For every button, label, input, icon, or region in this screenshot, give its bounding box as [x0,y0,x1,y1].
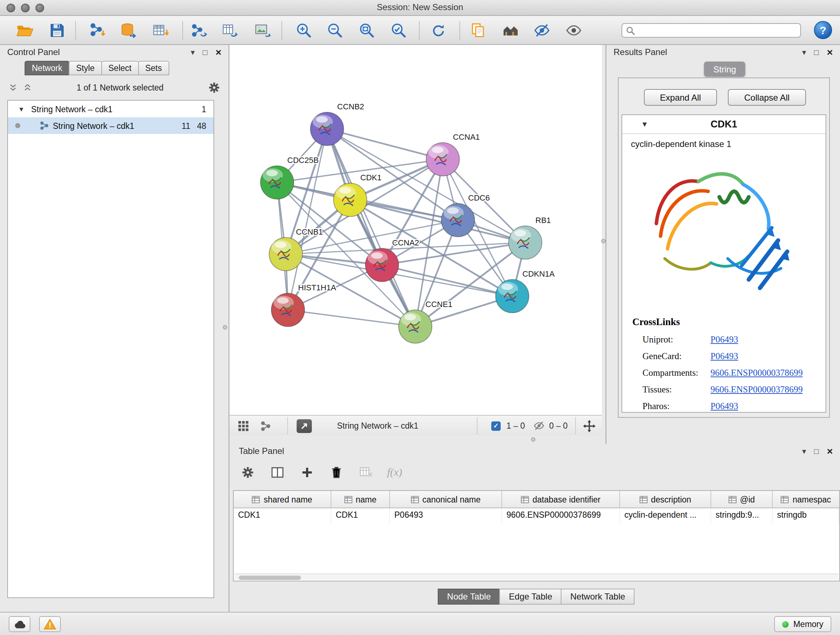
column-header[interactable]: @id [711,491,773,508]
scrollbar-thumb[interactable] [239,575,301,580]
tab-network[interactable]: Network [25,61,69,75]
crosslink-link[interactable]: P06493 [711,351,738,362]
apply-layout-button[interactable] [429,21,448,40]
column-header[interactable]: namespac [773,491,839,508]
network-edge[interactable] [327,129,415,326]
zoom-fit-button[interactable] [357,21,376,40]
tab-style[interactable]: Style [69,61,102,75]
tab-edge-table[interactable]: Edge Table [500,589,562,605]
zoom-out-button[interactable] [325,21,344,40]
crosslink-link[interactable]: P06493 [711,401,738,412]
network-node-CDK1[interactable]: CDK1 [333,173,382,217]
panel-close-icon[interactable]: × [216,47,221,57]
zoom-selected-button[interactable] [389,21,408,40]
horizontal-scrollbar[interactable] [234,573,838,580]
zoom-in-button[interactable] [294,21,313,40]
export-network-button[interactable] [189,21,208,40]
collapse-all-icon[interactable] [23,83,32,92]
tab-select[interactable]: Select [101,61,139,75]
network-node-CDC6[interactable]: CDC6 [441,193,490,237]
minimize-window-button[interactable] [21,4,30,12]
tab-string[interactable]: String [704,62,745,77]
table-cell[interactable]: stringdb [773,508,839,524]
table-cell[interactable]: 9606.ENSP00000378699 [502,508,620,524]
gene-section-header[interactable]: ▼ CDK1 [622,115,826,134]
panel-float-icon[interactable]: □ [814,48,819,56]
maximize-window-button[interactable] [35,4,44,12]
splitter-handle[interactable] [601,239,606,243]
network-collection-row[interactable]: ▼ String Network – cdk1 1 [8,101,213,117]
function-builder-button[interactable]: f(x) [387,466,402,478]
create-column-button[interactable] [298,463,316,481]
splitter-handle[interactable] [223,325,227,329]
import-network-from-database-button[interactable] [119,21,138,40]
network-node-HIST1H1A[interactable]: HIST1H1A [271,283,336,326]
panel-menu-icon[interactable]: ▾ [802,48,806,56]
hidden-items-button[interactable] [533,416,545,436]
network-edge[interactable] [288,310,415,326]
cloud-services-button[interactable] [9,616,30,632]
detach-view-button[interactable] [297,416,312,436]
export-image-button[interactable] [253,21,272,40]
tab-node-table[interactable]: Node Table [438,589,500,605]
section-expand-icon[interactable]: ▼ [641,120,648,128]
search-input[interactable] [638,26,797,35]
save-session-button[interactable] [48,21,66,40]
selected-nodes-checkbox[interactable]: ✓ [491,416,501,436]
help-button[interactable]: ? [814,21,832,39]
panel-close-icon[interactable]: × [827,47,833,57]
birdseye-toggle-button[interactable] [238,416,249,436]
collapse-all-button[interactable]: Collapse All [728,89,806,106]
export-table-button[interactable] [221,21,240,40]
tree-expand-icon[interactable]: ▼ [18,105,25,112]
warnings-button[interactable] [39,616,61,632]
memory-button[interactable]: Memory [775,616,831,632]
panel-float-icon[interactable]: □ [202,48,207,56]
network-node-CCNB1[interactable]: CCNB1 [269,227,323,271]
delete-table-button[interactable] [357,463,375,481]
table-settings-button[interactable] [239,463,256,481]
crosslink-link[interactable]: 9606.ENSP00000378699 [711,385,803,395]
crosslink-link[interactable]: 9606.ENSP00000378699 [711,368,803,379]
column-header[interactable]: canonical name [390,491,502,508]
expand-all-button[interactable]: Expand All [644,89,717,106]
network-row[interactable]: String Network – cdk1 11 48 [8,117,213,134]
crosslink-link[interactable]: P06493 [711,334,738,345]
network-node-CCNA1[interactable]: CCNA1 [426,133,480,176]
panel-menu-icon[interactable]: ▾ [191,48,195,56]
table-cell[interactable]: CDK1 [234,508,332,524]
tab-network-table[interactable]: Network Table [561,589,635,605]
show-all-button[interactable] [564,21,583,40]
column-header[interactable]: name [332,491,390,508]
expand-all-icon[interactable] [9,83,17,92]
splitter-handle[interactable] [531,437,535,442]
panel-menu-icon[interactable]: ▾ [802,447,806,455]
gear-icon[interactable] [208,82,220,93]
network-overview-button[interactable] [261,416,271,436]
network-canvas[interactable]: CCNB2CCNA1CDC25BCDK1CDC6RB1CCNB1CCNA2CDK… [229,45,602,415]
column-header[interactable]: shared name [234,491,332,508]
tab-sets[interactable]: Sets [138,61,169,75]
column-header[interactable]: database identifier [502,491,620,508]
table-cell[interactable]: cyclin-dependent ... [620,508,711,524]
hide-selected-button[interactable] [532,21,551,40]
network-node-CDKN1A[interactable]: CDKN1A [496,269,555,313]
show-columns-button[interactable] [268,463,286,481]
table-cell[interactable]: CDK1 [332,508,390,524]
column-header[interactable]: description [620,491,711,508]
close-window-button[interactable] [6,4,15,12]
delete-column-button[interactable] [328,463,345,481]
open-session-button[interactable] [15,21,34,40]
panel-float-icon[interactable]: □ [814,447,819,455]
import-table-button[interactable] [151,21,170,40]
network-edge[interactable] [327,129,443,159]
copy-documents-button[interactable] [469,21,488,40]
panel-close-icon[interactable]: × [827,446,833,456]
table-cell[interactable]: P06493 [390,508,502,524]
pan-mode-button[interactable] [583,416,595,436]
network-node-RB1[interactable]: RB1 [508,216,551,259]
import-network-button[interactable] [88,21,107,40]
table-cell[interactable]: stringdb:9... [711,508,773,524]
houses-button[interactable] [501,21,520,40]
network-node-CCNB2[interactable]: CCNB2 [310,102,364,146]
